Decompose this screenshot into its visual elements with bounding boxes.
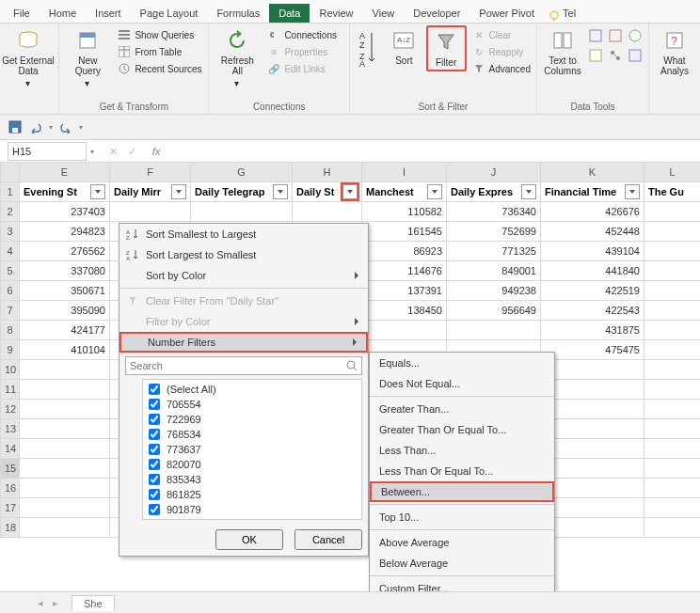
row-header-16[interactable]: 16: [1, 479, 20, 498]
cell-K2[interactable]: 426676: [541, 202, 644, 222]
from-table-button[interactable]: From Table: [116, 44, 203, 59]
sheet-nav-next-icon[interactable]: ▸: [53, 597, 58, 609]
filter-select-all[interactable]: (Select All): [145, 382, 359, 397]
cell-E4[interactable]: 276562: [20, 242, 110, 261]
row-header-17[interactable]: 17: [1, 498, 20, 518]
cell-J6[interactable]: 949238: [447, 281, 541, 301]
row-header-7[interactable]: 7: [1, 301, 20, 321]
row-header-4[interactable]: 4: [1, 242, 20, 261]
sort-smallest-largest[interactable]: AZSort Smallest to Largest: [119, 224, 368, 244]
number-filters[interactable]: Number Filters: [119, 332, 368, 353]
cell-J8[interactable]: [447, 321, 541, 340]
get-external-data-button[interactable]: Get External Data ▾: [4, 25, 53, 87]
row-header-8[interactable]: 8: [1, 321, 20, 340]
undo-button[interactable]: [28, 119, 43, 134]
tab-review[interactable]: Review: [310, 4, 362, 23]
cell-I3[interactable]: 161545: [362, 222, 447, 242]
filter-dropdown-G[interactable]: [273, 184, 288, 199]
filter-button[interactable]: Filter: [426, 25, 467, 71]
column-header-K[interactable]: K: [541, 163, 644, 182]
tab-home[interactable]: Home: [40, 4, 86, 23]
column-header-L[interactable]: L: [644, 163, 701, 182]
filter-dropdown-E[interactable]: [90, 184, 105, 199]
cell-I5[interactable]: 114676: [362, 261, 447, 281]
column-header-E[interactable]: E: [20, 163, 110, 182]
cell-K6[interactable]: 422519: [541, 281, 644, 301]
filter-dropdown-I[interactable]: [427, 184, 442, 199]
cell-J5[interactable]: 849001: [447, 261, 541, 281]
cell-E6[interactable]: 350671: [20, 281, 110, 301]
cell-I7[interactable]: 138450: [362, 301, 447, 321]
column-header-J[interactable]: J: [447, 163, 541, 182]
row-header-2[interactable]: 2: [1, 202, 20, 222]
refresh-all-button[interactable]: Refresh All ▾: [213, 25, 262, 87]
tell-me-label[interactable]: Tel: [561, 4, 585, 23]
cell-K8[interactable]: 431875: [541, 321, 644, 340]
row-header-14[interactable]: 14: [1, 439, 20, 459]
cell-L6[interactable]: [644, 281, 701, 301]
cell-I6[interactable]: 137391: [362, 281, 447, 301]
cell-E2[interactable]: 237403: [20, 202, 110, 222]
filter-greater-than[interactable]: Greater Than...: [370, 399, 554, 419]
column-header-H[interactable]: H: [293, 163, 362, 182]
fx-icon[interactable]: fx: [149, 146, 164, 157]
data-validation-icon[interactable]: [628, 28, 644, 45]
filter-search-input[interactable]: [125, 356, 362, 375]
consolidate-icon[interactable]: [588, 48, 605, 65]
filter-equals[interactable]: Equals...: [370, 353, 554, 373]
filter-dropdown-K[interactable]: [625, 184, 640, 199]
tell-me-icon[interactable]: [548, 9, 561, 23]
cell-L2[interactable]: [644, 202, 701, 222]
row-header-9[interactable]: 9: [1, 340, 20, 360]
cell-E3[interactable]: 294823: [20, 222, 110, 242]
cell-K3[interactable]: 452448: [541, 222, 644, 242]
filter-value-item[interactable]: 773637: [145, 442, 359, 457]
name-box[interactable]: H15: [8, 142, 87, 161]
redo-dropdown-icon[interactable]: ▾: [79, 123, 83, 132]
row-header-5[interactable]: 5: [1, 261, 20, 281]
show-queries-button[interactable]: Show Queries: [116, 27, 203, 42]
cell-J4[interactable]: 771325: [447, 242, 541, 261]
row-header-18[interactable]: 18: [1, 518, 20, 538]
cell-E8[interactable]: 424177: [20, 321, 110, 340]
row-header-10[interactable]: 10: [1, 360, 20, 380]
cell-I4[interactable]: 86923: [362, 242, 447, 261]
filter-not-equal[interactable]: Does Not Equal...: [370, 373, 554, 394]
filter-dropdown-H[interactable]: [342, 184, 358, 199]
filter-value-item[interactable]: 722969: [145, 412, 359, 427]
cell-L5[interactable]: [644, 261, 701, 281]
flash-fill-icon[interactable]: [588, 28, 605, 45]
remove-duplicates-icon[interactable]: [608, 28, 625, 45]
row-header-13[interactable]: 13: [1, 419, 20, 439]
filter-value-item[interactable]: 706554: [145, 397, 359, 412]
filter-less-than[interactable]: Less Than...: [370, 440, 554, 461]
filter-value-item[interactable]: 901879: [145, 502, 359, 517]
new-query-button[interactable]: New Query ▾: [63, 25, 112, 87]
filter-value-item[interactable]: 835343: [145, 472, 359, 487]
column-header-I[interactable]: I: [362, 163, 447, 182]
tab-power-pivot[interactable]: Power Pivot: [469, 4, 544, 23]
sort-button[interactable]: A↓Z Sort: [386, 25, 422, 68]
cell-G2[interactable]: [191, 202, 293, 222]
sheet-tab-1[interactable]: She: [72, 595, 115, 611]
advanced-filter-button[interactable]: Advanced: [470, 61, 533, 76]
recent-sources-button[interactable]: Recent Sources: [116, 61, 203, 76]
cell-J2[interactable]: 736340: [447, 202, 541, 222]
namebox-dropdown-icon[interactable]: ▾: [90, 148, 94, 156]
cell-F2[interactable]: [110, 202, 191, 222]
cell-K5[interactable]: 441840: [541, 261, 644, 281]
cell-L9[interactable]: [644, 340, 701, 360]
filter-dropdown-J[interactable]: [521, 184, 536, 199]
cell-I8[interactable]: [362, 321, 447, 340]
sheet-nav-prev-icon[interactable]: ◂: [38, 597, 43, 609]
column-header-G[interactable]: G: [191, 163, 293, 182]
cell-K9[interactable]: 475475: [541, 340, 644, 360]
cell-K7[interactable]: 422543: [541, 301, 644, 321]
undo-dropdown-icon[interactable]: ▾: [49, 123, 53, 132]
cell-E7[interactable]: 395090: [20, 301, 110, 321]
tab-file[interactable]: File: [4, 4, 40, 23]
cell-J7[interactable]: 956649: [447, 301, 541, 321]
filter-above-avg[interactable]: Above Average: [370, 532, 554, 553]
row-header-12[interactable]: 12: [1, 400, 20, 419]
column-header-F[interactable]: F: [110, 163, 191, 182]
